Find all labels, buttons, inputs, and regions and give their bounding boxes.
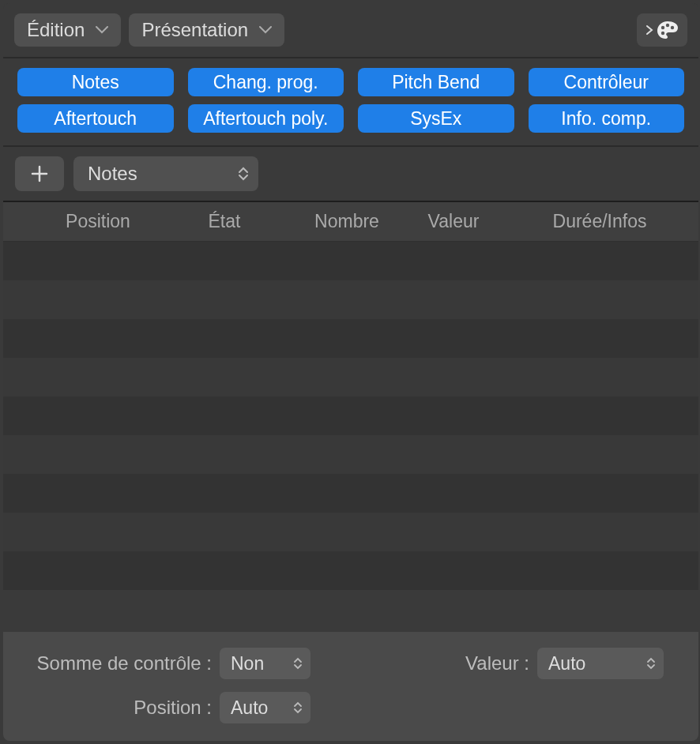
table-row [3,435,698,474]
filter-row-2: Aftertouch Aftertouch poly. SysEx Info. … [17,104,684,133]
chevron-down-icon [259,26,272,34]
stepper-icon [293,701,303,714]
event-filter-section: Notes Chang. prog. Pitch Bend Contrôleur… [3,58,698,147]
svg-point-0 [661,26,664,29]
event-list-panel: Édition Présentation Notes C [3,3,698,741]
chevron-down-icon [96,26,108,34]
plus-icon [30,164,49,183]
col-duree[interactable]: Durée/Infos [501,211,698,232]
toolbar: Édition Présentation [3,3,698,58]
filter-notes[interactable]: Notes [17,68,174,96]
chevron-right-icon [645,24,654,36]
col-valeur[interactable]: Valeur [406,211,501,232]
col-position[interactable]: Position [3,211,161,232]
table-row [3,474,698,513]
filter-meta-info[interactable]: Info. comp. [529,104,685,133]
checksum-value: Non [231,653,264,674]
event-type-select[interactable]: Notes [73,156,258,191]
table-header: Position État Nombre Valeur Durée/Infos [3,202,698,242]
filter-pitch-bend[interactable]: Pitch Bend [358,68,514,96]
stepper-icon [646,657,656,670]
table-body[interactable] [3,242,698,632]
filter-row-1: Notes Chang. prog. Pitch Bend Contrôleur [17,68,684,96]
table-row [3,242,698,280]
palette-icon [656,20,679,40]
svg-point-1 [666,24,669,27]
stepper-icon [238,167,249,181]
checksum-select[interactable]: Non [220,648,310,679]
svg-point-3 [661,32,664,35]
add-event-button[interactable] [15,156,64,191]
filter-poly-aftertouch[interactable]: Aftertouch poly. [188,104,344,133]
valeur-label: Valeur : [450,652,537,674]
col-nombre[interactable]: Nombre [288,211,406,232]
color-palette-button[interactable] [637,13,687,47]
stepper-icon [293,657,303,670]
table-row [3,551,698,590]
footer-controls: Somme de contrôle : Non Valeur : Auto Po… [3,632,698,741]
filter-program-change[interactable]: Chang. prog. [188,68,344,96]
filter-aftertouch[interactable]: Aftertouch [17,104,174,133]
valeur-value: Auto [548,653,585,674]
table-row [3,358,698,396]
valeur-select[interactable]: Auto [537,648,664,679]
checksum-label: Somme de contrôle : [22,652,220,674]
svg-point-2 [671,26,674,29]
view-menu[interactable]: Présentation [129,13,284,47]
filter-controller[interactable]: Contrôleur [529,68,685,96]
event-type-value: Notes [88,163,137,185]
col-etat[interactable]: État [161,211,288,232]
edit-menu[interactable]: Édition [14,13,121,47]
table-row [3,396,698,435]
filter-sysex[interactable]: SysEx [358,104,514,133]
edit-menu-label: Édition [27,19,85,41]
table-row [3,513,698,551]
add-event-row: Notes [3,147,698,202]
table-row [3,319,698,358]
position-label: Position : [22,697,220,719]
position-value: Auto [231,697,268,719]
table-row [3,280,698,319]
view-menu-label: Présentation [141,19,248,41]
position-select[interactable]: Auto [220,692,310,723]
